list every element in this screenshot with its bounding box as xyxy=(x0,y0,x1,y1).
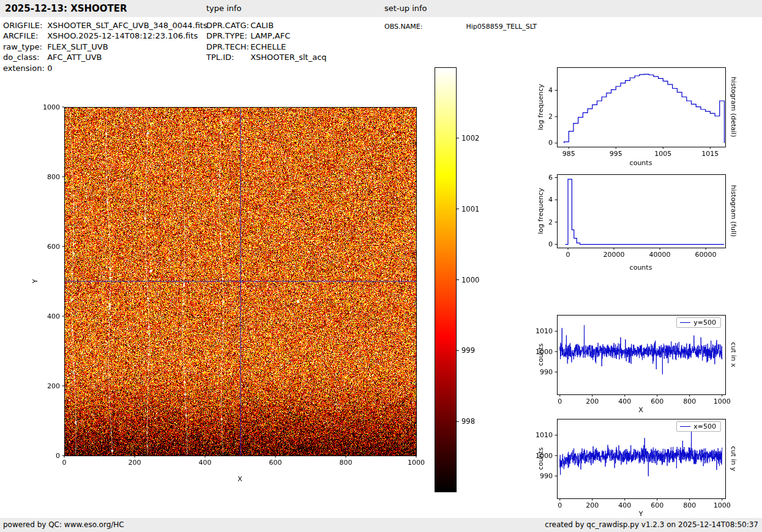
meta-value: XSHOO.2025-12-14T08:12:23.106.fits xyxy=(47,31,198,40)
meta-row-extension: extension: 0 xyxy=(3,63,207,73)
svg-text:2: 2 xyxy=(548,218,553,226)
svg-text:1010: 1010 xyxy=(536,327,553,335)
meta-row-dprcatg: DPR.CATG: CALIB xyxy=(206,20,327,31)
svg-text:985: 985 xyxy=(562,150,575,158)
svg-text:600: 600 xyxy=(651,397,663,405)
svg-text:999: 999 xyxy=(461,346,475,355)
meta-row-obsname: OBS.NAME: Hip058859_TELL_SLT xyxy=(384,21,537,32)
hist-full-right-label: histogram (full) xyxy=(730,185,738,237)
cut-x-yaxis-label: counts xyxy=(537,344,545,366)
svg-text:1000: 1000 xyxy=(461,276,479,284)
svg-text:600: 600 xyxy=(651,501,663,509)
svg-text:60000: 60000 xyxy=(695,251,717,259)
meta-value: XSHOOTER_SLT_AFC_UVB_348_0044.fits xyxy=(47,21,207,30)
svg-text:0: 0 xyxy=(548,240,553,248)
svg-text:400: 400 xyxy=(47,312,60,320)
meta-row-dprtype: DPR.TYPE: LAMP,AFC xyxy=(206,31,327,41)
meta-row-arcfile: ARCFILE: XSHOO.2025-12-14T08:12:23.106.f… xyxy=(3,31,207,41)
svg-text:800: 800 xyxy=(47,173,60,181)
meta-label: ARCFILE: xyxy=(3,31,45,41)
meta-row-doclass: do_class: AFC_ATT_UVB xyxy=(3,52,207,62)
cut-x-axes: 0200400600800100099010001010 xyxy=(536,316,731,406)
meta-label: extension: xyxy=(3,63,45,73)
meta-label: do_class: xyxy=(3,52,45,62)
svg-text:600: 600 xyxy=(269,459,282,467)
svg-text:200: 200 xyxy=(586,397,599,405)
meta-value: ECHELLE xyxy=(250,42,286,51)
setup-info-block: OBS.NAME: Hip058859_TELL_SLT xyxy=(384,21,537,32)
cut-x-legend: y=500 xyxy=(676,317,721,328)
svg-text:0: 0 xyxy=(566,251,570,259)
meta-label: OBS.NAME: xyxy=(384,21,464,32)
main-yaxis-label: Y xyxy=(31,279,39,284)
svg-text:0: 0 xyxy=(558,501,562,509)
hist-full-yaxis-label: log frequency xyxy=(537,188,545,234)
svg-text:1010: 1010 xyxy=(536,431,553,439)
cut-x-xaxis-label: X xyxy=(638,406,643,414)
meta-label: DPR.TYPE: xyxy=(206,31,248,41)
cut-y-xaxis-label: Y xyxy=(639,510,643,518)
svg-text:1000: 1000 xyxy=(714,501,731,509)
meta-value: CALIB xyxy=(250,21,274,30)
svg-text:1000: 1000 xyxy=(408,459,425,467)
svg-text:998: 998 xyxy=(461,417,475,426)
footer-credit-qc: powered by QC: www.eso.org/HC xyxy=(3,518,124,532)
svg-text:1001: 1001 xyxy=(461,205,479,213)
meta-row-dprtech: DPR.TECH: ECHELLE xyxy=(206,42,327,52)
meta-value: 0 xyxy=(47,64,52,73)
main-xaxis-label: X xyxy=(237,475,242,483)
meta-row-tplid: TPL.ID: XSHOOTER_slt_acq xyxy=(206,52,327,62)
svg-text:6: 6 xyxy=(548,174,553,182)
hist-full-axes: 02000040000600000246 xyxy=(548,174,726,259)
hist-detail-right-label: histogram (detail) xyxy=(730,77,738,138)
svg-text:4: 4 xyxy=(548,86,553,94)
svg-text:200: 200 xyxy=(129,459,141,467)
cut-y-curve xyxy=(560,430,722,476)
svg-text:995: 995 xyxy=(610,150,622,158)
cut-y-legend: x=500 xyxy=(676,421,721,432)
meta-value: FLEX_SLIT_UVB xyxy=(47,42,108,51)
svg-text:0: 0 xyxy=(62,459,67,467)
svg-text:600: 600 xyxy=(47,243,60,251)
svg-text:1015: 1015 xyxy=(701,150,719,158)
meta-row-origfile: ORIGFILE: XSHOOTER_SLT_AFC_UVB_348_0044.… xyxy=(3,20,207,31)
setup-info-heading: set-up info xyxy=(384,0,427,17)
footer-bar: powered by QC: www.eso.org/HC created by… xyxy=(0,518,762,532)
cut-y-axes: 0200400600800100099010001010 xyxy=(536,419,731,510)
svg-text:400: 400 xyxy=(199,459,212,467)
cut-y-right-label: cut in y xyxy=(730,446,738,471)
cut-x-curve xyxy=(560,325,722,375)
legend-line-sample xyxy=(680,322,690,323)
svg-text:2: 2 xyxy=(548,113,553,120)
hist-detail-yaxis-label: log frequency xyxy=(537,84,545,130)
svg-text:800: 800 xyxy=(683,397,696,405)
hist-detail-curve xyxy=(564,74,725,143)
svg-text:20000: 20000 xyxy=(603,251,625,259)
svg-text:800: 800 xyxy=(340,459,353,467)
hist-detail-xaxis-label: counts xyxy=(630,159,652,167)
svg-text:990: 990 xyxy=(540,472,553,480)
svg-text:0: 0 xyxy=(558,397,562,405)
hist-detail-axes: 98599510051015024 xyxy=(548,68,726,158)
meta-value: LAMP,AFC xyxy=(250,31,290,40)
raw-detector-image xyxy=(64,107,416,456)
meta-value: Hip058859_TELL_SLT xyxy=(466,23,537,31)
meta-label: DPR.CATG: xyxy=(206,20,248,31)
cut-y-yaxis-label: counts xyxy=(537,448,545,470)
svg-text:0: 0 xyxy=(548,139,553,147)
cut-y-legend-label: x=500 xyxy=(693,423,716,430)
hist-full-curve xyxy=(566,179,725,244)
svg-text:0: 0 xyxy=(56,452,60,460)
footer-created-by: created by qc_rawdisp.py v1.2.3 on 2025-… xyxy=(545,518,758,532)
colorbar xyxy=(435,67,457,492)
meta-label: TPL.ID: xyxy=(206,52,248,62)
meta-label: ORIGFILE: xyxy=(3,20,45,31)
svg-text:990: 990 xyxy=(540,368,553,376)
svg-text:200: 200 xyxy=(47,382,60,390)
header-bar: 2025-12-13: XSHOOTER type info set-up in… xyxy=(0,0,762,17)
meta-value: XSHOOTER_slt_acq xyxy=(250,53,326,62)
cut-x-legend-label: y=500 xyxy=(693,319,716,327)
meta-row-rawtype: raw_type: FLEX_SLIT_UVB xyxy=(3,42,207,52)
svg-text:800: 800 xyxy=(683,501,696,509)
cut-x-right-label: cut in x xyxy=(730,342,738,368)
